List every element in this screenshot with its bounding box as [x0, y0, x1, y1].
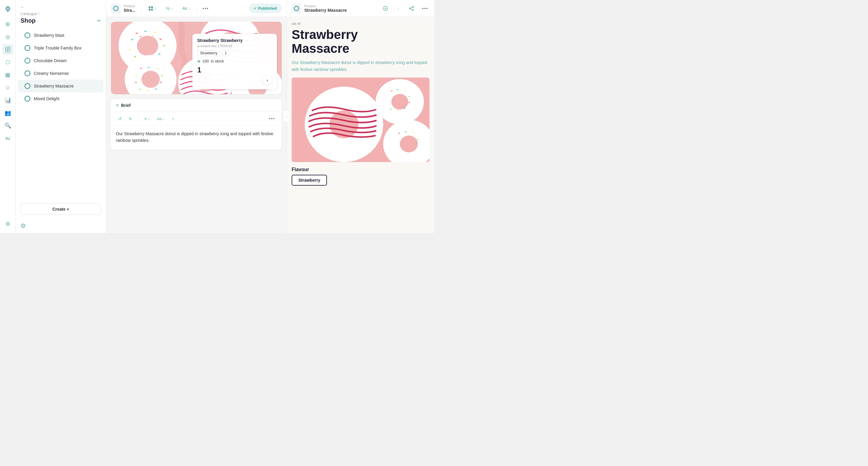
add-button[interactable]: + [169, 115, 177, 122]
toolbar-download2-icon: ↓ [171, 6, 173, 10]
breadcrumb: Catalogue / [21, 12, 101, 16]
preview-eaten-text: eat all [292, 22, 430, 25]
item-icon [24, 95, 31, 102]
grid3-icon[interactable]: ▦ [2, 69, 13, 80]
brief-text[interactable]: Our Strawberry Massacre donut is dipped … [111, 125, 282, 150]
item-icon [24, 57, 31, 64]
item-label: Triple Trouble Family Box [34, 46, 82, 50]
main-content: Product Stra... ↓ % ↓ Az ↓ ✓ Published [106, 0, 286, 233]
overlay-title: Strawberry Strawberry [197, 38, 272, 43]
preview-content: eat all Strawberry Massacre Our Strawber… [287, 17, 434, 233]
analytics-icon[interactable]: 📊 [2, 95, 13, 106]
sidebar-item-triple-trouble[interactable]: Triple Trouble Family Box [18, 42, 103, 54]
app-logo[interactable] [2, 4, 13, 14]
sidebar-settings-icon[interactable]: ⚙ [16, 219, 106, 233]
face-icon[interactable]: ☺ [2, 82, 13, 93]
preview-donut-image [292, 78, 430, 162]
preview-flavour-label: Flavour [292, 167, 430, 172]
tag-strawberry: Strawberry [197, 50, 220, 56]
item-icon [24, 32, 31, 39]
item-label: Creamy Nonsense [34, 71, 69, 76]
app-icon-bar: ⊞ ◎ ⬡ ▦ ☺ 📊 👥 🔍 Az ⚙ [0, 0, 16, 233]
svg-point-10 [137, 36, 158, 56]
dashboard-icon[interactable]: ⊞ [2, 19, 13, 30]
preview-title-line1: Strawberry [292, 27, 358, 42]
toolbar-product-label: Product [124, 4, 135, 8]
toolbar-translate-btn[interactable]: Az ↓ [180, 4, 193, 12]
svg-point-51 [412, 6, 413, 7]
toolbar-download1-icon: ↓ [154, 6, 157, 10]
stock-icon: ◈ [197, 59, 200, 63]
preview-more-icon[interactable] [421, 7, 430, 10]
preview-share-btn[interactable] [406, 4, 417, 13]
svg-line-54 [410, 7, 412, 8]
stock-count: 100 [203, 59, 209, 63]
svg-point-53 [409, 8, 410, 9]
published-button[interactable]: ✓ Published [249, 4, 282, 13]
product-info-overlay: Strawberry Strawberry a-unique-sku-17834… [192, 34, 277, 89]
edit-icon[interactable]: ✏ [97, 18, 101, 24]
preview-desc-text2: donut is dipped in [340, 60, 375, 65]
preview-title-line2: Massacre [292, 41, 349, 56]
toolbar-percent-btn[interactable]: % ↓ [163, 4, 176, 13]
preview-download-btn[interactable]: ↓ [395, 4, 403, 12]
toolbar-more-icon[interactable] [201, 6, 210, 11]
editor-toolbar: Product Stra... ↓ % ↓ Az ↓ ✓ Published [106, 0, 286, 17]
brief-icon: ≡ [116, 103, 119, 108]
sidebar-item-mixed-delight[interactable]: Mixed Delight [18, 92, 103, 105]
overlay-number: 1 [197, 66, 272, 74]
pages-icon[interactable] [2, 44, 13, 55]
svg-rect-7 [151, 9, 153, 10]
svg-point-70 [400, 136, 418, 152]
item-icon [24, 83, 31, 89]
catalogue-header: ← Catalogue / Shop ✏ [16, 0, 106, 27]
redo-button[interactable]: ↻ [126, 115, 134, 122]
preview-toolbar: Product Strawberry Massacre ↓ [287, 0, 434, 17]
svg-rect-6 [149, 9, 151, 10]
brief-more-button[interactable] [267, 117, 277, 120]
back-arrow-icon: ← [21, 5, 25, 9]
sidebar-item-strawberry-massacre[interactable]: Strawberry Massacre [18, 80, 103, 92]
brief-toolbar-divider-1 [138, 115, 138, 122]
toolbar-divider-2 [197, 5, 197, 12]
search-icon[interactable]: 🔍 [2, 120, 13, 131]
editor-area: Strawberry Strawberry a-unique-sku-17834… [106, 17, 286, 233]
toolbar-product-name: Stra... [124, 8, 135, 13]
users-icon[interactable]: 👥 [2, 108, 13, 118]
brief-header: ≡ Brief [111, 99, 282, 112]
flavour-strawberry-button[interactable]: Strawberry [292, 175, 327, 185]
toolbar-download3-icon: ↓ [188, 6, 190, 10]
sidebar-item-creamy-nonsense[interactable]: Creamy Nonsense [18, 67, 103, 80]
back-button[interactable]: ← [21, 5, 101, 9]
preview-toolbar-icon-btn[interactable] [380, 4, 391, 13]
overlay-tags: Strawberry 1 [197, 50, 272, 56]
preview-panel: Product Strawberry Massacre ↓ eat all St… [286, 0, 434, 233]
font-button[interactable]: Aa↓ [154, 115, 167, 122]
svg-point-27 [142, 70, 160, 88]
item-label: Mixed Delight [34, 96, 59, 101]
align-button[interactable]: ≡↓ [142, 115, 152, 122]
preview-desc-highlight1: Strawberry Massacre [300, 60, 340, 65]
preview-desc-highlight2: strawberry icing [375, 60, 405, 65]
toolbar-layout-btn[interactable]: ↓ [145, 4, 159, 13]
settings-icon[interactable]: ⚙ [2, 219, 13, 229]
catalogue-sidebar: ← Catalogue / Shop ✏ Strawberry blast Tr… [16, 0, 106, 233]
sidebar-item-chocolate-dream[interactable]: Chocolate Dream [18, 54, 103, 67]
brief-section: ≡ Brief ↺ ↻ ≡↓ Aa↓ + Our Strawberry Ma [111, 99, 282, 150]
explore-icon[interactable]: ◎ [2, 31, 13, 42]
translate-icon[interactable]: Az [2, 133, 13, 144]
toolbar-divider-1 [142, 5, 142, 12]
collapse-button[interactable]: ‹ [283, 111, 290, 122]
preview-product-label: Product [304, 4, 347, 8]
shop-title: Shop [21, 17, 36, 24]
item-icon [24, 45, 31, 51]
preview-flavour-section: Flavour Strawberry [292, 167, 430, 185]
overlay-arrow-button[interactable]: › [262, 76, 272, 85]
product-image-card: Strawberry Strawberry a-unique-sku-17834… [111, 22, 282, 94]
svg-line-55 [410, 9, 412, 10]
item-label: Strawberry Massacre [34, 84, 73, 88]
sidebar-item-strawberry-blast[interactable]: Strawberry blast [18, 29, 103, 42]
create-button[interactable]: Create + [21, 203, 101, 215]
undo-button[interactable]: ↺ [116, 115, 124, 122]
integrations-icon[interactable]: ⬡ [2, 57, 13, 67]
